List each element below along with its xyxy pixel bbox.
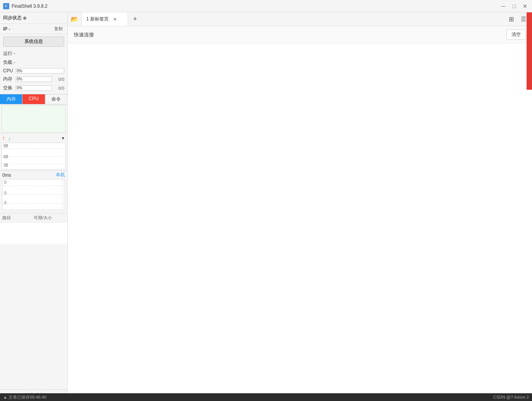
ping-label: 0ms — [2, 172, 11, 178]
tab-cpu[interactable]: CPU — [22, 94, 45, 104]
dropdown-icon[interactable]: ▼ — [61, 136, 65, 140]
tab-cmd[interactable]: 命令 — [45, 94, 67, 104]
ping-val-3: 0 — [4, 201, 7, 205]
ping-graph: 0 0 0 — [2, 179, 65, 210]
ip-row: IP - 复制 — [0, 24, 67, 34]
tab-1[interactable]: 1 新标签页 ✕ — [82, 12, 128, 26]
ping-header-row: 0ms 本机 — [2, 172, 65, 178]
network-header: ↑ ↓ ▼ — [0, 134, 67, 142]
swap-size: 0/0 — [53, 86, 64, 90]
network-section: ↑ ↓ ▼ 9B 6B 3B — [0, 133, 67, 171]
net-label-3b: 3B — [3, 163, 8, 167]
ping-line-3 — [3, 203, 65, 204]
add-tab-button[interactable]: + — [128, 12, 142, 26]
cpu-row: CPU 0% — [0, 67, 67, 75]
running-row: 运行 - — [0, 49, 67, 58]
net-label-9b: 9B — [3, 144, 8, 148]
title-bar: F FinalShell 3.9.8.2 ─ □ ✕ — [0, 0, 532, 12]
grid-view-button[interactable]: ⊞ — [506, 14, 517, 25]
sync-status-label: 同步状态 — [3, 15, 22, 21]
add-tab-icon: + — [133, 15, 137, 23]
disk-path-label: 路径 — [2, 215, 34, 221]
sys-info-button[interactable]: 系统信息 — [3, 36, 64, 47]
copy-ip-button[interactable]: 复制 — [53, 26, 64, 32]
tab-1-label: 1 新标签页 — [86, 16, 109, 22]
swap-bar-text: 0% — [17, 86, 22, 90]
cpu-bar-wrap: 0% — [15, 68, 64, 73]
clear-button[interactable]: 清空 — [506, 29, 526, 40]
mem-bar-wrap: 0% — [15, 77, 52, 82]
window-controls: ─ □ ✕ — [499, 2, 529, 10]
swap-bar-wrap: 0% — [15, 85, 52, 91]
sync-dot — [23, 17, 26, 20]
mem-row: 内存 0% 0/0 — [0, 75, 67, 84]
close-button[interactable]: ✕ — [521, 2, 529, 10]
bottom-right-text: CSDN @? Adore 2 — [493, 395, 529, 399]
mem-size: 0/0 — [53, 77, 64, 82]
app-icon: F — [3, 3, 9, 9]
load-row: 负载 - — [0, 58, 67, 67]
disk-avail-label: 可用/大小 — [34, 215, 65, 221]
net-label-6b: 6B — [3, 155, 8, 159]
mem-bar-text: 0% — [17, 77, 22, 81]
folder-icon: 📂 — [71, 15, 79, 23]
cpu-label: CPU — [3, 68, 14, 73]
ip-label: IP - — [3, 26, 10, 32]
minimize-button[interactable]: ─ — [499, 2, 507, 10]
main-content — [68, 43, 532, 401]
bottom-bar: ▲ 文章已保存09:46:40 CSDN @? Adore 2 — [0, 393, 532, 401]
disk-header: 路径 可用/大小 — [0, 213, 67, 223]
ping-val-2: 0 — [4, 191, 7, 195]
net-line-3 — [2, 164, 65, 164]
bottom-left-text: ▲ 文章已保存09:46:40 — [3, 394, 46, 400]
net-line-1 — [2, 148, 65, 149]
tab-bar: 📂 1 新标签页 ✕ + ⊞ ☰ — [68, 12, 532, 26]
sub-tabs: 内存 CPU 命令 — [0, 94, 67, 104]
download-icon: ↓ — [8, 135, 11, 141]
net-line-2 — [2, 156, 65, 157]
cpu-bar-text: 0% — [17, 69, 22, 73]
menu-icon: ☰ — [521, 15, 526, 23]
main-layout: 同步状态 IP - 复制 系统信息 运行 - 负载 - CPU 0% 内存 0%… — [0, 12, 532, 401]
quick-connect-bar: 快速连接 清空 — [68, 26, 532, 43]
maximize-button[interactable]: □ — [510, 2, 518, 10]
chart-area — [2, 105, 66, 132]
quick-connect-label: 快速连接 — [74, 31, 506, 38]
disk-section: 路径 可用/大小 — [0, 213, 67, 244]
ping-val-1: 0 — [4, 180, 7, 184]
mem-label: 内存 — [3, 76, 14, 82]
sync-status-row: 同步状态 — [0, 12, 67, 24]
right-panel: 📂 1 新标签页 ✕ + ⊞ ☰ 快速连接 清空 — [68, 12, 532, 401]
tab-1-close[interactable]: ✕ — [112, 16, 118, 22]
disk-content — [0, 223, 67, 244]
ping-line-1 — [3, 186, 65, 186]
grid-icon: ⊞ — [509, 15, 514, 23]
left-panel: 同步状态 IP - 复制 系统信息 运行 - 负载 - CPU 0% 内存 0%… — [0, 12, 68, 401]
ping-local-label: 本机 — [56, 172, 65, 178]
tab-mem[interactable]: 内存 — [0, 94, 22, 104]
folder-button[interactable]: 📂 — [68, 12, 82, 26]
app-title: FinalShell 3.9.8.2 — [12, 3, 48, 9]
right-strip — [527, 12, 532, 90]
swap-label: 交换 — [3, 85, 14, 91]
upload-icon: ↑ — [2, 135, 5, 141]
ping-section: 0ms 本机 0 0 0 — [0, 171, 67, 212]
ping-vert-line — [63, 179, 63, 210]
swap-row: 交换 0% 0/0 — [0, 84, 67, 92]
net-graph: 9B 6B 3B — [2, 143, 66, 170]
ping-line-2 — [3, 195, 65, 195]
